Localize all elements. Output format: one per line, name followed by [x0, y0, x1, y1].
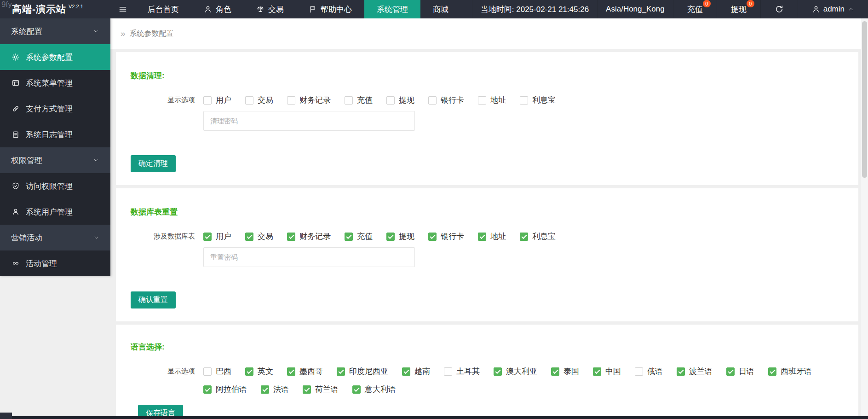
sidebar-item[interactable]: 系统用户管理 — [0, 199, 110, 225]
nav-tab[interactable]: 角色 — [191, 0, 244, 18]
checkbox-checked[interactable] — [478, 233, 486, 241]
checkbox-unchecked[interactable] — [478, 96, 486, 105]
nav-tab[interactable]: 系统管理 — [364, 0, 420, 18]
checkbox-option[interactable]: 银行卡 — [428, 95, 464, 105]
checkbox-checked[interactable] — [287, 233, 295, 241]
checkbox-checked[interactable] — [551, 367, 559, 376]
checkbox-checked[interactable] — [203, 385, 212, 394]
checkbox-option[interactable]: 地址 — [478, 95, 506, 105]
checkbox-label: 利息宝 — [532, 95, 556, 105]
checkbox-option[interactable]: 印度尼西亚 — [337, 366, 388, 377]
checkbox-option[interactable]: 用户 — [203, 231, 231, 242]
checkbox-checked[interactable] — [593, 367, 601, 376]
checkbox-option[interactable]: 充值 — [345, 231, 373, 242]
checkbox-option[interactable]: 荷兰语 — [303, 384, 339, 395]
checkbox-unchecked[interactable] — [287, 96, 295, 105]
checkbox-checked[interactable] — [494, 367, 502, 376]
timezone-select[interactable]: Asia/Hong_Kong — [597, 0, 673, 18]
checkbox-unchecked[interactable] — [203, 96, 212, 105]
checkbox-checked[interactable] — [520, 233, 528, 241]
checkbox-unchecked[interactable] — [428, 96, 437, 105]
nav-tab[interactable]: 后台首页 — [135, 0, 191, 18]
checkbox-unchecked[interactable] — [635, 367, 643, 376]
checkbox-option[interactable]: 银行卡 — [428, 231, 464, 242]
app-logo[interactable]: 高端-演示站 V2.2.1 — [0, 0, 110, 18]
sidebar-toggle-button[interactable] — [110, 0, 135, 18]
checkbox-option[interactable]: 财务记录 — [287, 95, 331, 105]
checkbox-option[interactable]: 充值 — [345, 95, 373, 105]
checkbox-option[interactable]: 澳大利亚 — [494, 366, 537, 377]
checkbox-option[interactable]: 波兰语 — [677, 366, 713, 377]
checkbox-option[interactable]: 土耳其 — [444, 366, 480, 377]
checkbox-unchecked[interactable] — [203, 367, 212, 376]
checkbox-unchecked[interactable] — [444, 367, 452, 376]
checkbox-label: 地址 — [490, 231, 506, 242]
recharge-nav-item[interactable]: 充值 0 — [673, 0, 717, 18]
checkbox-option[interactable]: 用户 — [203, 95, 231, 105]
checkbox-option[interactable]: 巴西 — [203, 366, 231, 377]
sidebar-item[interactable]: 系统菜单管理 — [0, 70, 110, 96]
checkbox-option[interactable]: 交易 — [245, 231, 273, 242]
checkbox-checked[interactable] — [303, 385, 311, 394]
clean-password-input[interactable] — [203, 111, 415, 131]
checkbox-unchecked[interactable] — [386, 96, 395, 105]
checkbox-unchecked[interactable] — [245, 96, 253, 105]
sidebar-section-header[interactable]: 权限管理 — [0, 147, 110, 173]
sidebar-item[interactable]: 系统日志管理 — [0, 122, 110, 147]
checkbox-checked[interactable] — [402, 367, 410, 376]
checkbox-option[interactable]: 提现 — [386, 95, 414, 105]
nav-tab[interactable]: 商城 — [420, 0, 461, 18]
checkbox-option[interactable]: 阿拉伯语 — [203, 384, 247, 395]
checkbox-checked[interactable] — [428, 233, 437, 241]
checkbox-checked[interactable] — [245, 367, 253, 376]
confirm-reset-button[interactable]: 确认重置 — [131, 291, 176, 308]
checkbox-label: 波兰语 — [689, 366, 713, 377]
checkbox-option[interactable]: 墨西哥 — [287, 366, 323, 377]
sidebar-item[interactable]: 支付方式管理 — [0, 96, 110, 122]
sidebar-section-header[interactable]: 系统配置 — [0, 18, 110, 44]
checkbox-checked[interactable] — [245, 233, 253, 241]
nav-tab[interactable]: 帮助中心 — [296, 0, 364, 18]
checkbox-unchecked[interactable] — [520, 96, 528, 105]
reset-password-input[interactable] — [203, 247, 415, 267]
checkbox-checked[interactable] — [768, 367, 776, 376]
nav-tab[interactable]: 交易 — [244, 0, 296, 18]
checkbox-checked[interactable] — [352, 385, 361, 394]
top-navbar: 高端-演示站 V2.2.1 后台首页角色交易帮助中心系统管理商城 当地时间: 2… — [0, 0, 868, 18]
checkbox-checked[interactable] — [261, 385, 269, 394]
checkbox-option[interactable]: 利息宝 — [520, 231, 556, 242]
withdraw-nav-item[interactable]: 提现 0 — [717, 0, 760, 18]
checkbox-option[interactable]: 地址 — [478, 231, 506, 242]
sidebar-item[interactable]: 活动管理 — [0, 250, 110, 276]
checkbox-option[interactable]: 意大利语 — [352, 384, 396, 395]
checkbox-checked[interactable] — [345, 233, 353, 241]
checkbox-checked[interactable] — [287, 367, 295, 376]
user-menu[interactable]: admin — [798, 0, 868, 18]
checkbox-option[interactable]: 法语 — [261, 384, 289, 395]
sidebar-item[interactable]: 访问权限管理 — [0, 173, 110, 199]
confirm-clean-button[interactable]: 确定清理 — [131, 155, 176, 172]
checkbox-checked[interactable] — [726, 367, 735, 376]
checkbox-option[interactable]: 中国 — [593, 366, 621, 377]
checkbox-option[interactable]: 财务记录 — [287, 231, 331, 242]
checkbox-option[interactable]: 英文 — [245, 366, 273, 377]
checkbox-checked[interactable] — [677, 367, 685, 376]
data-clean-options-row: 显示选项 用户交易财务记录充值提现银行卡地址利息宝 — [131, 95, 845, 105]
refresh-button[interactable] — [760, 0, 798, 18]
checkbox-checked[interactable] — [386, 233, 395, 241]
checkbox-checked[interactable] — [203, 233, 212, 241]
checkbox-option[interactable]: 交易 — [245, 95, 273, 105]
checkbox-checked[interactable] — [337, 367, 345, 376]
checkbox-option[interactable]: 日语 — [726, 366, 754, 377]
checkbox-option[interactable]: 泰国 — [551, 366, 579, 377]
sidebar-item[interactable]: 系统参数配置 — [0, 44, 110, 70]
checkbox-option[interactable]: 西班牙语 — [768, 366, 812, 377]
checkbox-option[interactable]: 俄语 — [635, 366, 663, 377]
scrollbar-thumb[interactable] — [862, 21, 867, 178]
checkbox-option[interactable]: 越南 — [402, 366, 430, 377]
checkbox-option[interactable]: 利息宝 — [520, 95, 556, 105]
sidebar-section-header[interactable]: 营销活动 — [0, 225, 110, 250]
vertical-scrollbar[interactable] — [861, 18, 868, 419]
checkbox-option[interactable]: 提现 — [386, 231, 414, 242]
checkbox-unchecked[interactable] — [345, 96, 353, 105]
